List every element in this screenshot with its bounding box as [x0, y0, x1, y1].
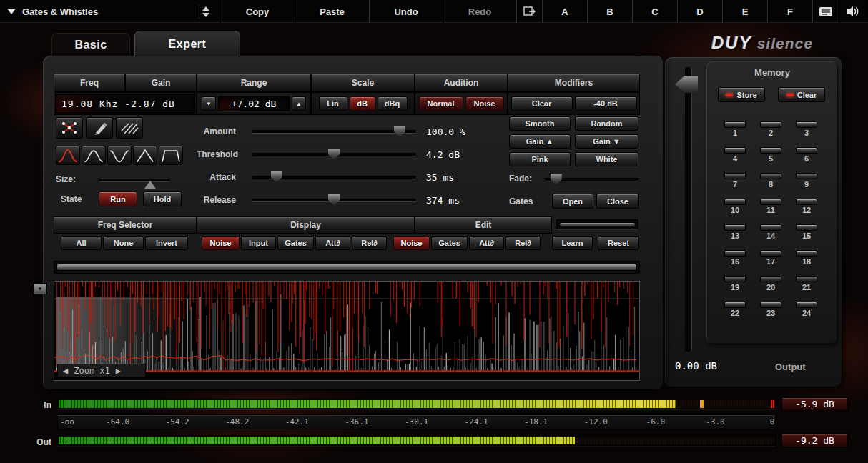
spectrum-marker-button[interactable]: ▼: [33, 283, 47, 294]
tab-basic[interactable]: Basic: [51, 33, 130, 56]
edit-noise-button[interactable]: Noise: [393, 236, 430, 250]
memory-slot-button-19[interactable]: [724, 276, 746, 282]
state-run-button[interactable]: Run: [99, 191, 137, 206]
memory-slot-button-24[interactable]: [796, 302, 817, 308]
amount-slider[interactable]: [252, 130, 416, 133]
pencil-tool-button[interactable]: [86, 117, 113, 139]
slot-d-button[interactable]: D: [678, 0, 723, 23]
release-slider-handle[interactable]: [328, 194, 340, 206]
threshold-slider-handle[interactable]: [328, 149, 340, 160]
edit-smooth-slider[interactable]: [556, 219, 638, 229]
memory-slot-button-15[interactable]: [796, 224, 817, 231]
spinner-down-icon[interactable]: [202, 13, 209, 17]
compare-icon[interactable]: [517, 0, 543, 23]
spectrum-scrollbar[interactable]: [54, 261, 640, 274]
speaker-icon[interactable]: [839, 0, 867, 23]
undo-button[interactable]: Undo: [370, 0, 443, 23]
memory-slot-button-14[interactable]: [760, 224, 781, 231]
audition-noise-button[interactable]: Noise: [465, 96, 504, 111]
points-tool-button[interactable]: [56, 117, 83, 139]
shape-flat-top-button[interactable]: [159, 146, 183, 165]
memory-slot-button-6[interactable]: [796, 147, 817, 154]
tab-expert[interactable]: Expert: [134, 31, 240, 56]
shape-notch-button[interactable]: [107, 146, 132, 165]
slot-c-button[interactable]: C: [633, 0, 678, 23]
notes-icon[interactable]: [813, 0, 839, 23]
memory-slot-button-21[interactable]: [796, 276, 817, 282]
memory-slot-button-3[interactable]: [796, 121, 817, 128]
memory-slot-button-16[interactable]: [724, 250, 746, 257]
edit-smooth-slider-bar[interactable]: [559, 222, 636, 226]
freq-invert-button[interactable]: Invert: [145, 236, 188, 250]
memory-slot-button-11[interactable]: [760, 199, 781, 205]
shape-triangle-button[interactable]: [133, 146, 157, 165]
memory-clear-button[interactable]: Clear: [778, 87, 825, 102]
memory-slot-button-13[interactable]: [724, 224, 746, 231]
display-rel-button[interactable]: Rel∂: [352, 236, 387, 250]
scale-lin-button[interactable]: Lin: [319, 96, 347, 111]
slot-f-button[interactable]: F: [768, 0, 813, 23]
memory-store-button[interactable]: Store: [718, 87, 765, 102]
slot-e-button[interactable]: E: [723, 0, 768, 23]
spectrum-display[interactable]: ◀ Zoom x1 ▶: [54, 281, 640, 381]
output-fader-track[interactable]: [685, 67, 692, 352]
scale-dbq-button[interactable]: dBq: [378, 96, 408, 111]
range-down-button[interactable]: ▼: [202, 96, 216, 111]
memory-slot-button-8[interactable]: [760, 173, 781, 179]
threshold-slider[interactable]: [252, 153, 416, 156]
modifier-minus40db-button[interactable]: -40 dB: [575, 96, 637, 111]
slot-a-button[interactable]: A: [543, 0, 588, 23]
memory-slot-button-5[interactable]: [760, 147, 781, 154]
modifier-pink-button[interactable]: Pink: [509, 152, 571, 166]
redo-button[interactable]: Redo: [443, 0, 517, 23]
memory-slot-button-22[interactable]: [724, 302, 746, 308]
gates-open-button[interactable]: Open: [552, 194, 593, 209]
learn-button[interactable]: Learn: [552, 236, 593, 250]
memory-slot-button-1[interactable]: [724, 121, 746, 128]
memory-slot-button-23[interactable]: [760, 302, 781, 308]
memory-slot-button-17[interactable]: [760, 250, 781, 257]
display-att-button[interactable]: Att∂: [315, 236, 350, 250]
memory-slot-button-2[interactable]: [760, 121, 781, 128]
modifier-random-button[interactable]: Random: [575, 116, 638, 131]
modifier-white-button[interactable]: White: [575, 152, 638, 166]
memory-slot-button-10[interactable]: [724, 199, 746, 205]
release-slider[interactable]: [252, 199, 416, 201]
preset-selector[interactable]: Gates & Whistles: [0, 0, 220, 23]
memory-slot-button-9[interactable]: [796, 173, 817, 179]
modifier-gain-up-button[interactable]: Gain ▲: [509, 134, 571, 149]
reset-button[interactable]: Reset: [598, 236, 639, 250]
spectrum-scrollbar-thumb[interactable]: [56, 264, 637, 271]
slot-b-button[interactable]: B: [588, 0, 633, 23]
fade-slider[interactable]: [545, 178, 638, 181]
amount-slider-handle[interactable]: [394, 126, 405, 137]
spinner-up-icon[interactable]: [202, 6, 209, 11]
display-input-button[interactable]: Input: [241, 236, 276, 250]
modifier-gain-down-button[interactable]: Gain ▼: [575, 134, 638, 149]
display-gates-button[interactable]: Gates: [277, 236, 314, 250]
state-hold-button[interactable]: Hold: [143, 191, 182, 206]
freq-all-button[interactable]: All: [61, 236, 102, 250]
size-slider[interactable]: [99, 179, 170, 181]
size-slider-handle[interactable]: [144, 181, 156, 189]
range-up-button[interactable]: ▲: [292, 96, 306, 111]
modifier-smooth-button[interactable]: Smooth: [509, 116, 571, 131]
shape-bell-button[interactable]: [82, 146, 106, 165]
attack-slider-handle[interactable]: [271, 171, 282, 183]
memory-slot-button-7[interactable]: [724, 173, 746, 179]
preset-spinner[interactable]: [199, 5, 212, 19]
output-fader-handle[interactable]: [675, 76, 698, 93]
attack-slider[interactable]: [252, 176, 416, 179]
display-noise-button[interactable]: Noise: [202, 236, 240, 250]
zoom-prev-button[interactable]: ◀: [63, 366, 68, 376]
zoom-next-button[interactable]: ▶: [116, 366, 121, 376]
copy-button[interactable]: Copy: [220, 0, 295, 23]
fade-slider-handle[interactable]: [551, 174, 562, 185]
paste-button[interactable]: Paste: [295, 0, 370, 23]
modifier-clear-button[interactable]: Clear: [511, 96, 573, 111]
edit-rel-button[interactable]: Rel∂: [505, 236, 541, 250]
edit-att-button[interactable]: Att∂: [469, 236, 504, 250]
gates-close-button[interactable]: Close: [596, 194, 639, 209]
freq-none-button[interactable]: None: [103, 236, 144, 250]
audition-normal-button[interactable]: Normal: [419, 96, 463, 111]
